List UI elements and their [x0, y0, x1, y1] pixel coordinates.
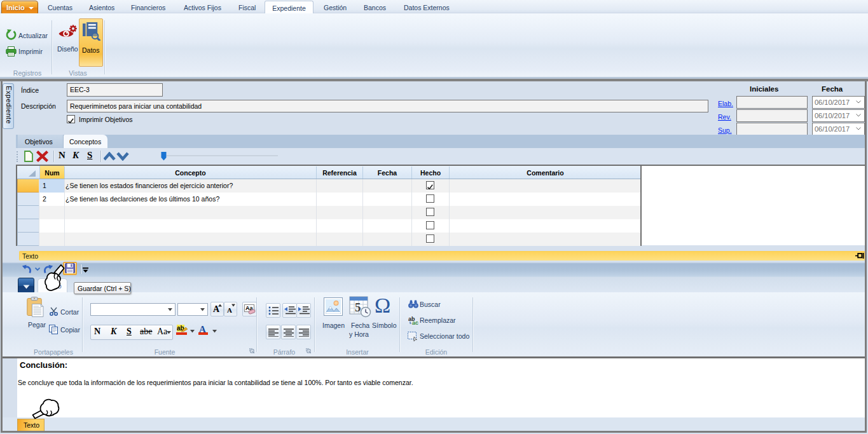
svg-text:ac: ac: [412, 320, 418, 325]
svg-text:5: 5: [355, 301, 361, 314]
